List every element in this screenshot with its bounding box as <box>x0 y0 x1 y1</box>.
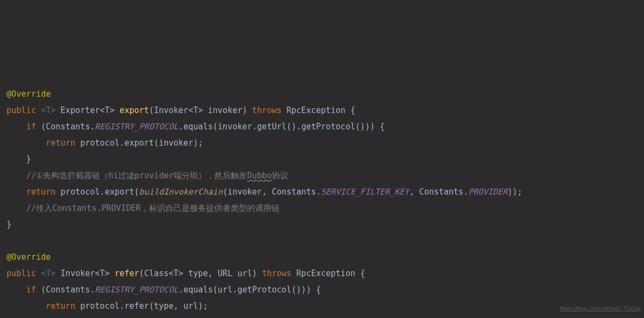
keyword-if: if <box>26 285 36 295</box>
method: equals <box>183 285 213 295</box>
generic: <T> <box>41 105 55 115</box>
method-name: refer <box>115 269 139 278</box>
method: getProtocol <box>237 285 291 295</box>
comment: //传入Constants.PROVIDER，标识自己是服务提供者类型的调用链 <box>26 203 280 213</box>
ident: protocol <box>80 138 119 148</box>
ident: invoker <box>159 138 193 148</box>
annotation: @Override <box>7 252 51 262</box>
class: Constants <box>46 122 90 132</box>
ident: invoker <box>218 122 252 132</box>
class: Constants <box>46 285 90 295</box>
keyword-if: if <box>26 122 36 132</box>
spell-warning: Dubbo <box>247 171 272 180</box>
keyword-return: return <box>46 138 75 148</box>
constant: SERVICE_FILTER_KEY <box>321 187 410 197</box>
type: RpcException <box>296 269 355 278</box>
generic: <T> <box>169 269 183 278</box>
type: Class <box>144 269 169 278</box>
method: getUrl <box>257 122 287 132</box>
keyword-throws: throws <box>262 269 292 278</box>
keyword-public: public <box>7 269 36 278</box>
method: equals <box>183 122 213 132</box>
watermark: https://blog.csdn.net/cold_TOplay <box>560 301 641 317</box>
generic: <T> <box>188 105 203 115</box>
method-call: buildInvokerChain <box>139 187 223 197</box>
ident: invoker <box>227 187 262 197</box>
generic: <T> <box>95 269 110 278</box>
keyword-return: return <box>26 187 55 197</box>
keyword-public: public <box>7 105 36 115</box>
constant: REGISTRY_PROTOCOL <box>95 285 179 295</box>
method: getProtocol <box>301 122 355 132</box>
ident: protocol <box>80 301 119 311</box>
ident: url <box>183 301 198 311</box>
param: invoker <box>208 105 242 115</box>
type: RpcException <box>287 105 345 115</box>
method-name: export <box>120 105 149 115</box>
generic: <T> <box>41 269 55 278</box>
comment: //①先构造拦截器链（hi过滤provider端分组），然后触发Dubbo协议 <box>26 171 288 180</box>
class: Constants <box>419 187 463 197</box>
type: Invoker <box>154 105 188 115</box>
ident: protocol <box>60 187 100 197</box>
constant: PROVIDER <box>468 187 507 197</box>
class: Constants <box>272 187 316 197</box>
param: type <box>188 269 208 278</box>
method: refer <box>125 301 149 311</box>
method: export <box>125 138 154 148</box>
type: URL <box>218 269 232 278</box>
constant: REGISTRY_PROTOCOL <box>95 122 179 132</box>
param: url <box>237 269 252 278</box>
type: Invoker <box>60 269 95 278</box>
generic: <T> <box>100 105 115 115</box>
annotation: @Override <box>7 89 51 99</box>
type: Exporter <box>60 105 100 115</box>
method: export <box>105 187 134 197</box>
keyword-return: return <box>46 301 75 311</box>
code-editor[interactable]: 💡@Override public <T> Exporter<T> export… <box>7 70 637 318</box>
ident: url <box>218 285 232 295</box>
ident: type <box>154 301 174 311</box>
keyword-throws: throws <box>252 105 282 115</box>
